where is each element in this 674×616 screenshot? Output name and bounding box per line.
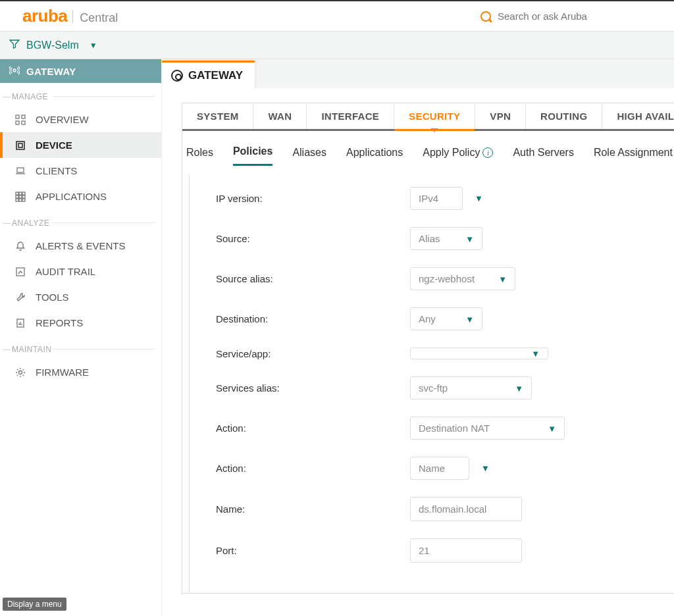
svg-rect-2 (22, 115, 25, 118)
svg-rect-1 (16, 115, 19, 118)
select-source[interactable]: Alias ▼ (410, 227, 482, 250)
tab-routing[interactable]: ROUTING (526, 103, 602, 129)
label-port: Port: (216, 545, 410, 556)
sidebar-item-applications[interactable]: APPLICATIONS (0, 184, 161, 209)
svg-rect-8 (16, 192, 18, 195)
sidebar-item-audit[interactable]: AUDIT TRAIL (0, 259, 161, 284)
row-services-alias: Services alias: svc-ftp ▼ (216, 376, 674, 399)
sidebar-item-firmware[interactable]: FIRMWARE (0, 359, 161, 385)
select-action[interactable]: Destination NAT ▼ (410, 417, 565, 440)
svg-rect-4 (22, 121, 25, 124)
filter-icon[interactable] (9, 39, 20, 52)
context-chevron-icon[interactable]: ▼ (90, 41, 97, 50)
sidebar-group-maintain: MAINTAIN (0, 336, 161, 359)
select-value: svc-ftp (419, 382, 448, 394)
sidebar-item-label: REPORTS (36, 317, 83, 328)
sidebar-item-label: CLIENTS (36, 165, 77, 176)
select-value: ngz-webhost (419, 273, 475, 284)
svg-rect-16 (22, 199, 25, 201)
sidebar-item-reports[interactable]: REPORTS (0, 310, 161, 336)
input-name[interactable] (410, 497, 522, 521)
row-source: Source: Alias ▼ (216, 227, 674, 250)
sidebar-item-label: OVERVIEW (36, 114, 89, 125)
sidebar: GATEWAY MANAGE OVERVIEW DEVICE CLIENTS (0, 59, 162, 616)
select-services-alias[interactable]: svc-ftp ▼ (410, 376, 532, 399)
tab-vpn[interactable]: VPN (475, 103, 526, 129)
subtab-label: Apply Policy (423, 147, 480, 159)
select-value: Any (419, 313, 436, 324)
svg-rect-15 (19, 199, 22, 201)
label-action: Action: (216, 423, 410, 434)
select-source-alias[interactable]: ngz-webhost ▼ (410, 267, 515, 290)
svg-rect-11 (16, 195, 18, 198)
sidebar-item-clients[interactable]: CLIENTS (0, 158, 161, 184)
config-tabs: SYSTEM WAN INTERFACE SECURITY VPN ROUTIN… (182, 103, 674, 131)
sidebar-header: GATEWAY (0, 59, 161, 83)
label-source-alias: Source alias: (216, 273, 410, 284)
subtab-aliases[interactable]: Aliases (292, 145, 326, 166)
policy-rule-form: IP version: IPv4 ▼ Source: Alias ▼ (189, 175, 674, 593)
select-value: Alias (419, 233, 440, 244)
chevron-down-icon: ▼ (515, 383, 523, 393)
search-input[interactable] (498, 11, 665, 22)
sidebar-item-device[interactable]: DEVICE (0, 132, 161, 158)
input-port[interactable] (410, 538, 522, 563)
device-icon (14, 140, 26, 151)
row-service-app: Service/app: ▼ (216, 347, 674, 359)
select-value: IPv4 (419, 193, 438, 204)
select-action-type[interactable]: Name (410, 457, 469, 480)
brand-separator (72, 10, 73, 23)
brand-product: Central (80, 11, 118, 25)
gear-icon (14, 367, 26, 378)
tab-interface[interactable]: INTERFACE (307, 103, 394, 129)
row-destination: Destination: Any ▼ (216, 307, 674, 330)
info-icon[interactable]: i (482, 147, 493, 158)
sidebar-item-label: TOOLS (36, 292, 69, 303)
subtab-applications[interactable]: Applications (346, 145, 403, 166)
brand-logo[interactable]: aruba Central (22, 6, 118, 26)
row-name: Name: (216, 497, 674, 521)
laptop-icon (14, 166, 26, 176)
sidebar-item-label: AUDIT TRAIL (36, 266, 95, 277)
svg-rect-6 (18, 143, 22, 147)
label-action-type: Action: (216, 463, 410, 474)
sidebar-item-label: APPLICATIONS (36, 191, 107, 202)
tab-system[interactable]: SYSTEM (182, 103, 253, 129)
row-ip-version: IP version: IPv4 ▼ (216, 187, 674, 210)
select-ip-version[interactable]: IPv4 (410, 187, 463, 210)
global-search[interactable] (480, 11, 665, 22)
chevron-down-icon: ▼ (475, 193, 483, 203)
context-name[interactable]: BGW-Selm (26, 39, 79, 51)
select-service-app[interactable]: ▼ (410, 347, 548, 359)
svg-rect-13 (22, 195, 25, 198)
subtab-roles[interactable]: Roles (186, 145, 213, 166)
tab-security[interactable]: SECURITY (394, 103, 475, 129)
grid-icon (14, 115, 26, 125)
subtab-role-assignment[interactable]: Role Assignment (594, 145, 673, 166)
subtab-auth-servers[interactable]: Auth Servers (513, 145, 573, 166)
label-ip-version: IP version: (216, 193, 410, 204)
status-hint: Display a menu (3, 598, 66, 611)
sidebar-item-alerts[interactable]: ALERTS & EVENTS (0, 233, 161, 259)
chevron-down-icon: ▼ (548, 423, 556, 433)
bell-icon (14, 241, 26, 251)
page-tab-label: GATEWAY (188, 69, 243, 82)
chevron-down-icon: ▼ (531, 349, 540, 359)
subtab-apply-policy[interactable]: Apply Policy i (423, 145, 493, 166)
label-source: Source: (216, 233, 410, 244)
label-service-app: Service/app: (216, 348, 410, 359)
sidebar-item-tools[interactable]: TOOLS (0, 284, 161, 310)
svg-rect-3 (16, 121, 19, 124)
report-icon (14, 318, 26, 328)
chevron-down-icon: ▼ (481, 463, 490, 473)
svg-rect-9 (19, 192, 22, 195)
chevron-down-icon: ▼ (465, 234, 474, 244)
subtab-policies[interactable]: Policies (233, 145, 272, 166)
select-destination[interactable]: Any ▼ (410, 307, 482, 330)
page-tab-gateway[interactable]: GATEWAY (162, 61, 255, 88)
sidebar-item-overview[interactable]: OVERVIEW (0, 107, 161, 132)
page-tab-row: GATEWAY (162, 59, 674, 88)
tab-high-availability[interactable]: HIGH AVAILABILITY (602, 103, 674, 129)
sidebar-header-label: GATEWAY (26, 66, 76, 77)
tab-wan[interactable]: WAN (253, 103, 307, 129)
